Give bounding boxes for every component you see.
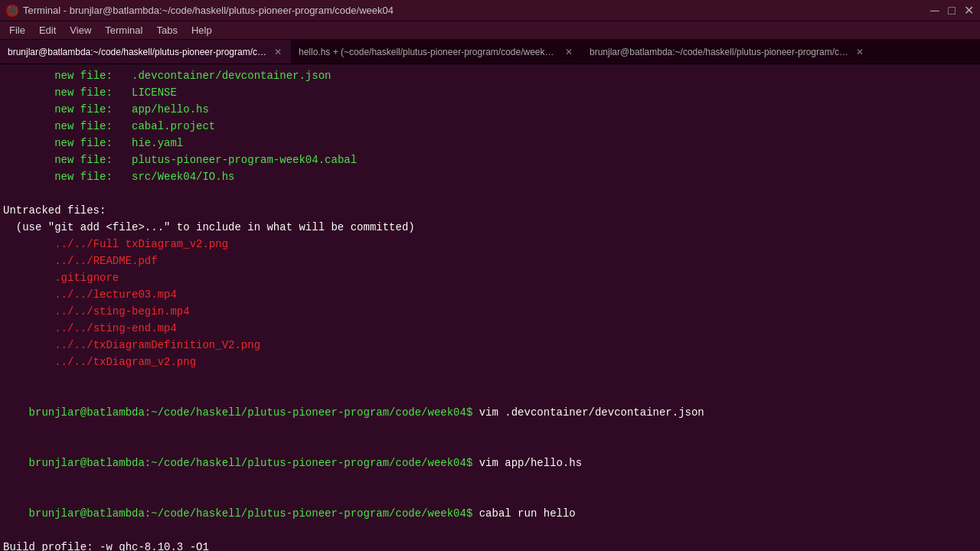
prompt-cabal: brunjlar@batlambda:~/code/haskell/plutus… [0,488,980,539]
line-untracked: Untracked files: [0,202,980,219]
line-ut-4: ../../lecture03.mp4 [0,286,980,303]
app-icon-text: ⬛ [8,6,17,15]
menu-file[interactable]: File [3,23,31,37]
line-7: new file: src/Week04/IO.hs [0,168,980,185]
tab-1-label: brunjlar@batlambda:~/code/haskell/plutus… [8,47,268,57]
prompt-text-1: brunjlar@batlambda:~/code/haskell/plutus… [29,406,473,419]
line-ut-1: ../../Full txDiagram_v2.png [0,236,980,253]
line-build-profile: Build profile: -w ghc-8.10.3 -O1 [0,539,980,551]
tab-1-close[interactable]: ✕ [273,47,283,57]
line-ut-2: ../../README.pdf [0,253,980,269]
menu-terminal[interactable]: Terminal [99,23,149,37]
line-2: new file: LICENSE [0,84,980,101]
line-5: new file: hie.yaml [0,135,980,152]
cmd-cabal: cabal run hello [472,507,575,520]
window-title: Terminal - brunjlar@batlambda:~/code/has… [23,5,394,16]
line-ut-3: .gitignore [0,269,980,286]
menu-tabs[interactable]: Tabs [150,23,183,37]
app-icon: ⬛ [6,5,18,17]
menu-help[interactable]: Help [185,23,218,37]
line-ut-7: ../../txDiagramDefinition_V2.png [0,337,980,354]
title-bar-left: ⬛ Terminal - brunjlar@batlambda:~/code/h… [6,5,394,17]
tab-bar: brunjlar@batlambda:~/code/haskell/plutus… [0,40,980,64]
window-controls: ─ □ ✕ [929,5,974,16]
cmd-vim-2: vim app/hello.hs [472,457,582,469]
title-bar: ⬛ Terminal - brunjlar@batlambda:~/code/h… [0,0,980,21]
prompt-vim-1: brunjlar@batlambda:~/code/haskell/plutus… [0,387,980,438]
prompt-text-3: brunjlar@batlambda:~/code/haskell/plutus… [29,507,473,520]
maximize-button[interactable]: □ [946,5,957,16]
line-3: new file: app/hello.hs [0,101,980,118]
close-button[interactable]: ✕ [963,5,974,16]
line-ut-6: ../../sting-end.mp4 [0,320,980,337]
line-ut-8: ../../txDiagram_v2.png [0,354,980,370]
line-blank-1 [0,185,980,202]
tab-2-label: hello.hs + (~code/haskell/plutus-pioneer… [299,47,559,57]
line-4: new file: cabal.project [0,118,980,135]
tab-2-close[interactable]: ✕ [564,47,574,57]
menu-view[interactable]: View [64,23,97,37]
tab-2[interactable]: hello.hs + (~code/haskell/plutus-pioneer… [291,40,582,64]
line-1: new file: .devcontainer/devcontainer.jso… [0,67,980,84]
tab-3[interactable]: brunjlar@batlambda:~/code/haskell/plutus… [582,40,873,64]
tab-3-close[interactable]: ✕ [854,47,865,57]
line-ut-5: ../../sting-begin.mp4 [0,303,980,320]
cmd-vim-1: vim .devcontainer/devcontainer.json [472,406,704,419]
line-blank-2 [0,370,980,387]
prompt-vim-2: brunjlar@batlambda:~/code/haskell/plutus… [0,438,980,488]
line-git-hint: (use "git add <file>..." to include in w… [0,219,980,236]
minimize-button[interactable]: ─ [929,5,940,16]
terminal-content: new file: .devcontainer/devcontainer.jso… [0,64,980,551]
tab-1[interactable]: brunjlar@batlambda:~/code/haskell/plutus… [0,40,291,64]
line-6: new file: plutus-pioneer-program-week04.… [0,152,980,168]
menu-edit[interactable]: Edit [33,23,62,37]
tab-3-label: brunjlar@batlambda:~/code/haskell/plutus… [590,47,850,57]
menu-bar: File Edit View Terminal Tabs Help [0,21,980,40]
prompt-text-2: brunjlar@batlambda:~/code/haskell/plutus… [29,457,473,469]
